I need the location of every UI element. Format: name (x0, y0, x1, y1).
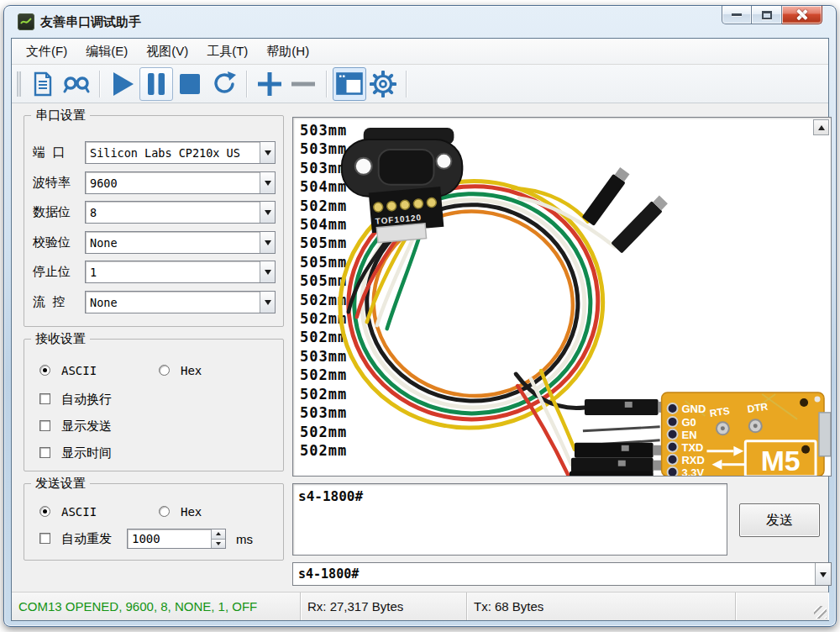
autowrap-checkbox[interactable] (39, 393, 50, 404)
app-window: 友善串口调试助手 文件(F) 编辑(E) 视图(V) 工具(T) 帮助(H) (3, 5, 837, 627)
send-input[interactable]: s4-1800# (292, 483, 727, 556)
show-send-checkbox[interactable] (39, 420, 50, 431)
combo-dropdown-arrow-icon[interactable] (815, 563, 831, 585)
pin-label-rxd: RXD (682, 454, 705, 466)
menu-help[interactable]: 帮助(H) (257, 40, 318, 63)
menu-view[interactable]: 视图(V) (137, 40, 197, 63)
flow-dropdown-arrow-icon[interactable] (260, 292, 275, 313)
close-button[interactable] (782, 6, 822, 24)
titlebar[interactable]: 友善串口调试助手 (11, 6, 829, 38)
rx-line: 505mm (300, 234, 347, 252)
parity-value: None (86, 236, 260, 250)
menu-edit[interactable]: 编辑(E) (76, 40, 137, 63)
resend-interval-spinner[interactable]: 1000 (127, 529, 226, 549)
stopbits-dropdown-arrow-icon[interactable] (260, 261, 275, 282)
autowrap-label: 自动换行 (61, 392, 112, 408)
parity-label: 校验位 (33, 234, 71, 250)
pause-icon (145, 71, 167, 97)
rx-hex-radio[interactable] (159, 365, 170, 376)
port-dropdown[interactable]: Silicon Labs CP210x US (85, 141, 276, 164)
stop-icon (178, 72, 202, 96)
menu-file[interactable]: 文件(F) (17, 40, 76, 63)
record-button[interactable] (60, 67, 93, 101)
flow-value: None (86, 296, 260, 309)
databits-dropdown-arrow-icon[interactable] (260, 202, 275, 223)
parity-dropdown-arrow-icon[interactable] (260, 232, 275, 253)
toolbar (12, 65, 828, 103)
rx-line: 502mm (300, 385, 347, 403)
scroll-up-button[interactable] (813, 119, 829, 135)
zoom-in-button[interactable] (253, 67, 286, 101)
stopbits-dropdown[interactable]: 1 (85, 261, 276, 283)
receive-settings-title: 接收设置 (31, 331, 90, 347)
receive-area[interactable]: 503mm 503mm 503mm 504mm 502mm 504mm 505m… (292, 117, 832, 477)
maximize-button[interactable] (752, 6, 782, 24)
rx-line: 502mm (300, 441, 347, 460)
rx-ascii-label: ASCII (61, 364, 97, 377)
toolbar-grip[interactable] (17, 71, 21, 97)
refresh-button[interactable] (207, 67, 240, 101)
workspace: 串口设置 端 口 Silicon Labs CP210x US 波特率 9600 (12, 103, 828, 592)
show-time-checkbox[interactable] (39, 447, 50, 458)
baud-dropdown[interactable]: 9600 (85, 171, 276, 194)
serial-settings-title: 串口设置 (31, 108, 90, 124)
minimize-button[interactable] (722, 6, 752, 24)
tx-hex-radio[interactable] (159, 506, 170, 517)
new-file-icon (31, 71, 55, 97)
auto-resend-checkbox[interactable] (39, 533, 50, 544)
receive-settings-group: 接收设置 ASCII Hex 自动换行 显示发送 显示时间 (24, 339, 284, 471)
tx-ascii-radio[interactable] (39, 506, 50, 517)
toolbar-separator (406, 71, 407, 97)
serial-settings-group: 串口设置 端 口 Silicon Labs CP210x US 波特率 9600 (24, 115, 284, 327)
m5-logo: M5 (761, 445, 801, 477)
new-file-button[interactable] (26, 67, 60, 101)
menu-tools[interactable]: 工具(T) (197, 40, 257, 63)
rx-line: 502mm (300, 309, 347, 328)
stop-button[interactable] (173, 67, 207, 101)
close-icon (795, 8, 808, 21)
resend-interval-value: 1000 (128, 529, 211, 548)
window-title: 友善串口调试助手 (40, 14, 141, 30)
play-button[interactable] (106, 67, 139, 101)
tx-hex-label: Hex (181, 505, 202, 519)
refresh-icon (210, 71, 237, 97)
send-history-combo[interactable]: s4-1800# (292, 562, 832, 586)
spin-up-icon[interactable] (212, 529, 225, 540)
settings-button[interactable] (366, 67, 400, 101)
databits-dropdown[interactable]: 8 (85, 201, 276, 224)
spin-down-icon[interactable] (212, 540, 225, 549)
rx-line: 502mm (300, 423, 347, 441)
receive-text: 503mm 503mm 503mm 504mm 502mm 504mm 505m… (300, 121, 347, 460)
zoom-out-icon (291, 71, 316, 97)
rx-bytes-status: Rx: 27,317 Bytes (301, 592, 467, 620)
pin-label-g0: G0 (682, 416, 696, 429)
client-frame: 文件(F) 编辑(E) 视图(V) 工具(T) 帮助(H) (11, 38, 829, 621)
send-text: s4-1800# (298, 488, 363, 504)
pin-label-3v3: 3.3V (682, 466, 705, 477)
send-button[interactable]: 发送 (739, 503, 820, 537)
play-icon (111, 71, 134, 97)
minimize-icon (732, 13, 742, 16)
pin-label-gnd: GND (682, 403, 706, 415)
pin-label-txd: TXD (682, 441, 704, 454)
show-time-label: 显示时间 (61, 445, 112, 461)
parity-dropdown[interactable]: None (85, 231, 276, 254)
resize-grip[interactable] (814, 606, 827, 619)
port-dropdown-arrow-icon[interactable] (260, 142, 275, 163)
rx-line: 502mm (300, 291, 347, 309)
rx-line: 502mm (300, 366, 347, 384)
pause-button[interactable] (139, 67, 173, 101)
record-icon (62, 75, 91, 93)
rx-hex-label: Hex (181, 364, 202, 377)
zoom-out-button[interactable] (286, 67, 320, 101)
rx-line: 504mm (300, 177, 347, 196)
toolbar-separator (246, 71, 247, 97)
baud-label: 波特率 (33, 175, 71, 191)
rx-line: 503mm (300, 140, 347, 158)
flow-dropdown[interactable]: None (85, 291, 276, 313)
baud-dropdown-arrow-icon[interactable] (260, 172, 275, 193)
rx-ascii-radio[interactable] (39, 365, 50, 376)
databits-value: 8 (86, 206, 260, 219)
rx-line: 502mm (300, 197, 347, 215)
window-layout-button[interactable] (333, 67, 366, 101)
